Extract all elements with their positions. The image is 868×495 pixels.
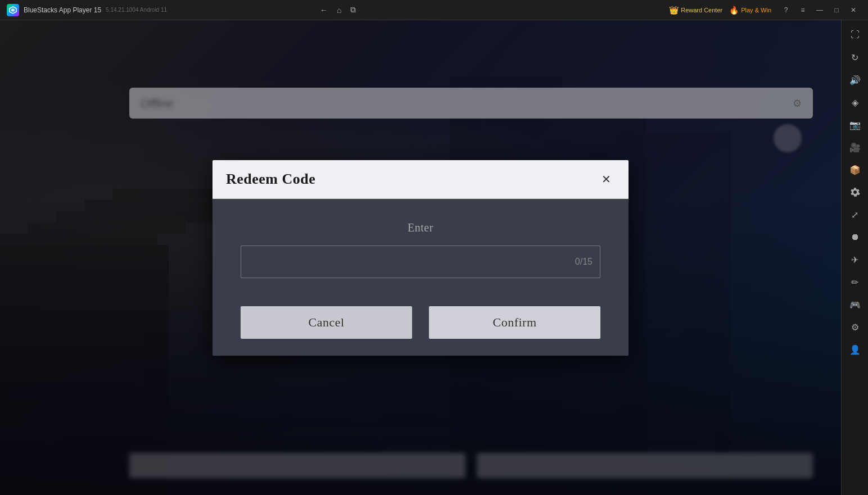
fire-icon: 🔥: [729, 6, 739, 15]
play-win-label: Play & Win: [741, 7, 771, 13]
main-content: Offline ⚙ Redeem Code ✕ Enter 0/15: [0, 20, 841, 495]
input-wrapper: 0/15: [241, 246, 600, 278]
title-bar: BlueStacks App Player 15 5.14.21.1004 An…: [0, 0, 868, 20]
menu-button[interactable]: ≡: [795, 2, 811, 18]
dialog-close-button[interactable]: ✕: [597, 170, 615, 188]
close-button[interactable]: ✕: [846, 2, 861, 18]
play-win-button[interactable]: 🔥 Play & Win: [729, 6, 771, 15]
right-sidebar: ⛶ ↻ 🔊 ◈ 📷 🎥 📦 ⤢ ⏺ ✈ ✏ 🎮 ⚙ 👤: [841, 20, 868, 495]
macro-icon[interactable]: ⏺: [845, 227, 865, 247]
confirm-button[interactable]: Confirm: [429, 306, 600, 339]
brush-icon[interactable]: ✏: [845, 272, 865, 292]
app-name: BlueStacks App Player 15: [24, 6, 101, 14]
back-button[interactable]: ←: [320, 6, 328, 15]
settings-icon[interactable]: ⚙: [845, 317, 865, 337]
cancel-button[interactable]: Cancel: [241, 306, 412, 339]
bluestacks-logo: [7, 4, 19, 16]
dialog-overlay: Redeem Code ✕ Enter 0/15 Cancel Confirm: [0, 20, 841, 495]
shake-icon[interactable]: ◈: [845, 92, 865, 112]
home-button[interactable]: ⌂: [337, 6, 341, 15]
camera-icon[interactable]: 🎥: [845, 137, 865, 157]
reward-label: Reward Center: [681, 7, 722, 13]
dialog-header: Redeem Code ✕: [213, 160, 629, 199]
rotate-icon[interactable]: ↻: [845, 47, 865, 67]
maximize-button[interactable]: □: [829, 2, 844, 18]
help-button[interactable]: ?: [778, 2, 794, 18]
dialog-body: Enter 0/15 Cancel Confirm: [213, 199, 629, 356]
fullscreen-icon[interactable]: ⛶: [845, 25, 865, 45]
resize-icon[interactable]: ⤢: [845, 205, 865, 225]
screenshot-sidebar-icon[interactable]: 📷: [845, 115, 865, 135]
title-bar-right: 👑 Reward Center 🔥 Play & Win ? ≡ — □ ✕: [662, 2, 868, 18]
bs-logo-inner: [7, 4, 19, 16]
reward-center-button[interactable]: 👑 Reward Center: [669, 6, 722, 15]
minimize-button[interactable]: —: [812, 2, 828, 18]
apk-icon[interactable]: 📦: [845, 160, 865, 180]
app-version: 5.14.21.1004 Android 11: [106, 7, 167, 13]
crown-icon: 👑: [669, 6, 679, 15]
screenshot-button[interactable]: ⧉: [350, 5, 356, 15]
controls-icon[interactable]: 🎮: [845, 294, 865, 315]
volume-icon[interactable]: 🔊: [845, 70, 865, 90]
flight-icon[interactable]: ✈: [845, 249, 865, 270]
nav-controls: ← ⌂ ⧉: [313, 5, 363, 15]
profile-icon[interactable]: 👤: [845, 339, 865, 360]
enter-label: Enter: [241, 221, 600, 234]
title-bar-left: BlueStacks App Player 15 5.14.21.1004 An…: [0, 4, 313, 16]
svg-marker-13: [11, 8, 15, 12]
redeem-code-input[interactable]: [241, 246, 600, 278]
window-controls: ? ≡ — □ ✕: [778, 2, 861, 18]
settings-small-icon[interactable]: [845, 182, 865, 202]
dialog-title: Redeem Code: [226, 171, 315, 188]
dialog-buttons: Cancel Confirm: [241, 306, 600, 339]
redeem-code-dialog: Redeem Code ✕ Enter 0/15 Cancel Confirm: [213, 160, 629, 356]
